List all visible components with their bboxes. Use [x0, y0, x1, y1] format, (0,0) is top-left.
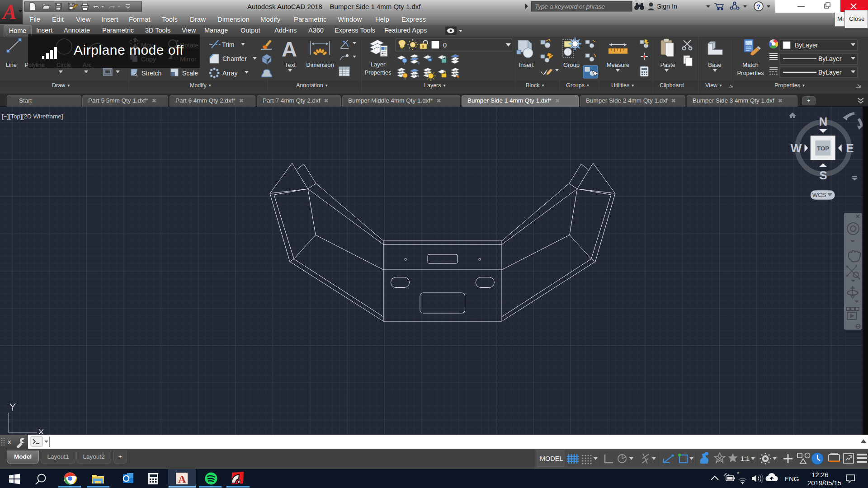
svg-text:MODEL: MODEL: [540, 455, 563, 462]
svg-text:Line: Line: [6, 62, 17, 68]
svg-text:Insert: Insert: [519, 61, 534, 68]
svg-text:E: E: [846, 141, 854, 155]
svg-text:Sign In: Sign In: [657, 3, 677, 10]
svg-text:W: W: [791, 141, 802, 155]
svg-text:S: S: [819, 169, 827, 182]
svg-text:WCS: WCS: [812, 192, 826, 198]
svg-text:Dimension: Dimension: [306, 61, 334, 68]
svg-text:N: N: [819, 115, 828, 128]
svg-text:Match: Match: [742, 61, 758, 68]
svg-text:Paste: Paste: [660, 61, 675, 68]
svg-text:Array: Array: [222, 70, 237, 77]
svg-text:Layer: Layer: [371, 61, 386, 68]
svg-text:2019/05/15: 2019/05/15: [807, 479, 841, 487]
svg-text:?: ?: [756, 3, 760, 10]
svg-text:x: x: [8, 438, 11, 446]
svg-text:ByLayer: ByLayer: [818, 55, 842, 62]
svg-text:12:26: 12:26: [811, 471, 829, 479]
svg-text:A: A: [178, 473, 186, 485]
svg-text:Type a keyword or phrase: Type a keyword or phrase: [535, 3, 605, 10]
svg-text:Trim: Trim: [222, 41, 234, 48]
svg-text:Properties: Properties: [364, 69, 392, 76]
svg-text:ByLayer: ByLayer: [818, 69, 842, 76]
svg-text:Measure: Measure: [607, 61, 630, 68]
svg-text:[−][Top][2D Wireframe]: [−][Top][2D Wireframe]: [2, 113, 63, 120]
svg-text:Chamfer: Chamfer: [222, 55, 247, 62]
svg-text:ENG: ENG: [784, 475, 799, 483]
svg-text:*: *: [737, 470, 739, 477]
svg-text:0: 0: [443, 42, 447, 49]
svg-text:Text: Text: [285, 61, 296, 68]
svg-text:A: A: [282, 37, 297, 61]
svg-text:1:1: 1:1: [741, 455, 750, 462]
svg-text:Base: Base: [708, 61, 722, 68]
svg-text:Stretch: Stretch: [142, 70, 161, 77]
svg-text:TOP: TOP: [817, 145, 829, 152]
svg-text:Properties: Properties: [737, 70, 764, 76]
svg-text:ByLayer: ByLayer: [795, 42, 818, 49]
svg-text:Group: Group: [563, 61, 580, 68]
svg-text:A: A: [1, 0, 17, 23]
svg-text:Scale: Scale: [182, 70, 198, 77]
